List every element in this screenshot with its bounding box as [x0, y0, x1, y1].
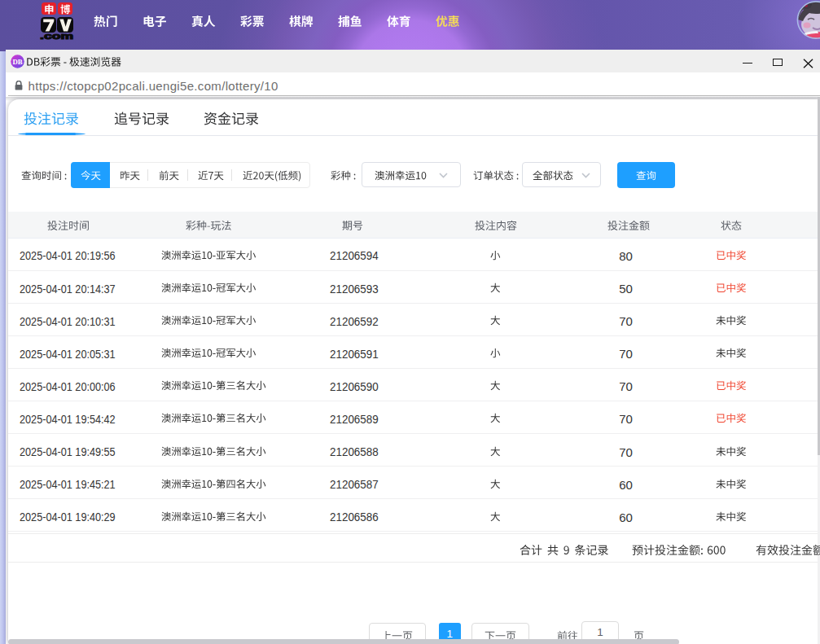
svg-text:.com: .com — [40, 32, 73, 40]
svg-text:DB: DB — [12, 57, 22, 65]
